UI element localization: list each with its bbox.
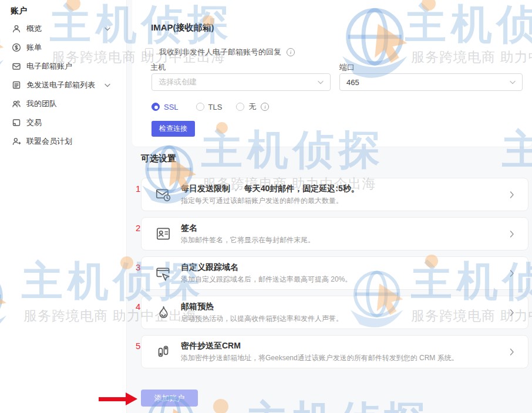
- card-description: 启动预热活动，以提高收件箱到达率和发件人声誉。: [181, 314, 343, 324]
- card-title: 每日发送限制 ✓ 每天40封邮件，固定延迟:5秒。: [181, 184, 359, 194]
- imap-panel: IMAP(接收邮箱) 我收到非发件人电子邮箱账号的回复 i 主机 选择或创建 端…: [132, 0, 532, 147]
- check-connection-button[interactable]: 检查连接: [151, 121, 195, 137]
- annotation-arrow: [99, 397, 126, 401]
- signature-icon: [154, 225, 172, 243]
- chevron-right-icon: [510, 230, 514, 238]
- sidebar-item-do-not-email-list[interactable]: 免发送电子邮箱列表: [0, 76, 126, 94]
- chevron-right-icon: [510, 309, 514, 316]
- list-icon: [12, 80, 21, 90]
- card-title: 邮箱预热: [181, 302, 343, 312]
- reply-checkbox-label: 我收到非发件人电子邮箱账号的回复: [159, 47, 281, 57]
- main-content: IMAP(接收邮箱) 我收到非发件人电子邮箱账号的回复 i 主机 选择或创建 端…: [126, 0, 532, 413]
- port-label: 端口: [339, 62, 355, 73]
- user-icon: [12, 24, 21, 33]
- sidebar-item-email-accounts[interactable]: 电子邮箱账户: [0, 57, 126, 76]
- host-label: 主机: [150, 62, 166, 73]
- chevron-down-icon: [318, 80, 324, 84]
- card-description: 添加密件抄送邮箱地址，将Geeksend通过该账户发送的所有邮件转发到您的 CR…: [181, 353, 459, 363]
- annotation-number: 4: [136, 302, 140, 312]
- page: 账户 概览 账单 电子邮箱账户 免发送电子邮箱列表 我的团队 交易: [0, 0, 532, 413]
- optional-settings-title: 可选设置: [141, 153, 176, 164]
- card-title: 签名: [181, 223, 315, 233]
- sidebar-item-label: 概览: [26, 23, 42, 34]
- annotation-number: 2: [136, 223, 140, 233]
- none-radio-label[interactable]: 无: [248, 101, 256, 112]
- tracking-domain-icon: [154, 265, 172, 282]
- card-warmup[interactable]: 4 邮箱预热 启动预热活动，以提高收件箱到达率和发件人声誉。: [141, 296, 528, 329]
- host-select[interactable]: 选择或创建: [151, 73, 331, 91]
- transaction-icon: [12, 118, 21, 127]
- sidebar-item-label: 我的团队: [26, 99, 57, 109]
- chevron-down-icon: [105, 27, 110, 31]
- reply-checkbox-row: 我收到非发件人电子邮箱账号的回复 i: [145, 47, 295, 57]
- port-select-value: 465: [346, 78, 359, 87]
- sidebar-item-affiliate-program[interactable]: 联盟会员计划: [0, 132, 126, 151]
- info-icon[interactable]: i: [261, 103, 269, 111]
- optional-settings-list: 1 每日发送限制 ✓ 每天40封邮件，固定延迟:5秒。 指定每天可通过该邮箱账户…: [141, 178, 528, 374]
- annotation-number: 1: [136, 184, 140, 194]
- card-bcc-crm[interactable]: 5 密件抄送至CRM 添加密件抄送邮箱地址，将Geeksend通过该账户发送的所…: [141, 335, 528, 368]
- card-title: 密件抄送至CRM: [181, 341, 459, 351]
- card-title: 自定义跟踪域名: [181, 262, 352, 273]
- sidebar-item-label: 交易: [26, 117, 42, 128]
- sidebar: 账户 概览 账单 电子邮箱账户 免发送电子邮箱列表 我的团队 交易: [0, 0, 127, 413]
- sidebar-item-label: 电子邮箱账户: [26, 61, 72, 72]
- port-select[interactable]: 465: [339, 73, 523, 91]
- sidebar-title: 账户: [11, 6, 27, 16]
- chevron-down-icon: [105, 83, 110, 87]
- check-mark: ✓: [234, 184, 241, 194]
- reply-checkbox[interactable]: [145, 48, 153, 56]
- card-description: 指定每天可通过该邮箱账户发送的邮件的最大数量。: [181, 196, 359, 206]
- dollar-icon: [12, 43, 21, 52]
- ssl-radio[interactable]: [151, 103, 160, 111]
- bcc-icon: [154, 343, 172, 361]
- sidebar-item-billing[interactable]: 账单: [0, 38, 126, 57]
- chevron-right-icon: [510, 348, 514, 356]
- team-icon: [12, 99, 21, 109]
- sidebar-item-my-team[interactable]: 我的团队: [0, 94, 126, 113]
- host-select-placeholder: 选择或创建: [159, 77, 197, 87]
- card-tracking-domain[interactable]: 3 自定义跟踪域名 添加自定义跟踪域名后，邮件送达率最高可提高 20%。: [141, 256, 528, 290]
- sidebar-item-transactions[interactable]: 交易: [0, 113, 126, 132]
- affiliate-icon: [12, 137, 21, 146]
- tls-radio[interactable]: [196, 103, 204, 111]
- chevron-down-icon: [510, 80, 516, 84]
- card-description: 添加邮件签名，它将显示在每封邮件末尾。: [181, 235, 315, 245]
- card-description: 添加自定义跟踪域名后，邮件送达率最高可提高 20%。: [181, 275, 352, 285]
- sidebar-item-overview[interactable]: 概览: [0, 19, 126, 38]
- annotation-number: 5: [136, 341, 140, 351]
- tls-radio-label[interactable]: TLS: [208, 103, 223, 111]
- warmup-icon: [154, 304, 172, 321]
- add-account-button[interactable]: 添加账户: [141, 390, 198, 407]
- card-daily-limit[interactable]: 1 每日发送限制 ✓ 每天40封邮件，固定延迟:5秒。 指定每天可通过该邮箱账户…: [141, 178, 528, 211]
- sidebar-item-label: 联盟会员计划: [26, 136, 72, 147]
- info-icon[interactable]: i: [287, 48, 295, 56]
- encryption-radio-group: SSL TLS 无 i: [151, 101, 269, 112]
- card-signature[interactable]: 2 签名 添加邮件签名，它将显示在每封邮件末尾。: [141, 217, 528, 250]
- imap-section-title: IMAP(接收邮箱): [151, 22, 214, 33]
- chevron-right-icon: [510, 191, 514, 198]
- none-radio[interactable]: [236, 103, 244, 111]
- sidebar-item-label: 账单: [26, 42, 42, 53]
- mail-clock-icon: [154, 186, 172, 204]
- annotation-number: 3: [136, 262, 140, 272]
- chevron-right-icon: [510, 269, 514, 277]
- sidebar-item-label: 免发送电子邮箱列表: [26, 80, 95, 90]
- mail-icon: [12, 62, 21, 71]
- ssl-radio-label[interactable]: SSL: [164, 103, 179, 111]
